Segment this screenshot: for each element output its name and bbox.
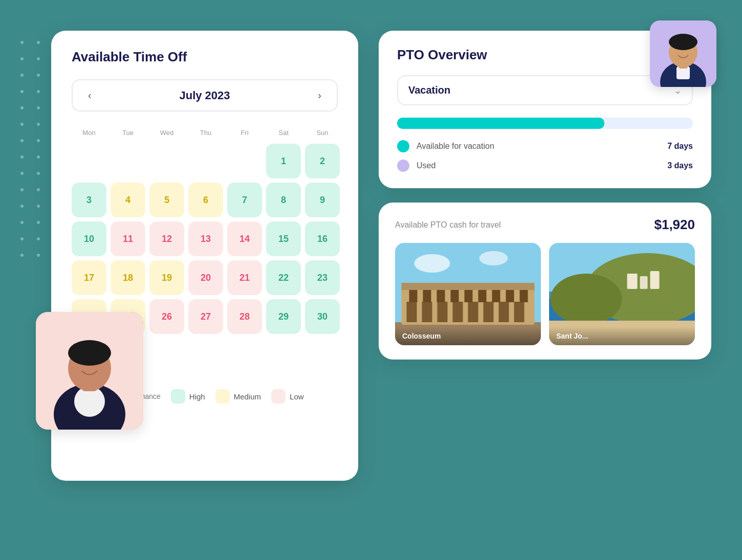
- day-cell[interactable]: 26: [149, 299, 184, 334]
- day-cell[interactable]: 13: [188, 221, 223, 256]
- svg-rect-21: [468, 302, 478, 322]
- svg-rect-30: [478, 288, 487, 302]
- legend-item-green: High: [171, 389, 205, 404]
- day-header-sun: Sun: [305, 126, 340, 140]
- card-title: Available Time Off: [72, 49, 338, 65]
- svg-rect-28: [451, 288, 459, 302]
- available-time-off-card: Available Time Off ‹ July 2023 › MonTueW…: [51, 31, 358, 481]
- green-legend-dot: [171, 389, 185, 404]
- next-month-button[interactable]: ›: [314, 87, 325, 103]
- day-cell[interactable]: 6: [188, 183, 223, 217]
- coastal-caption: Sant Jo...: [549, 327, 695, 345]
- day-cell[interactable]: 14: [227, 221, 262, 256]
- vacation-stat-label: Available for vacation: [417, 142, 494, 151]
- green-legend-text: High: [189, 392, 205, 401]
- day-cell: [72, 144, 106, 178]
- svg-rect-22: [484, 302, 494, 322]
- svg-rect-40: [627, 274, 638, 289]
- yellow-legend-text: Medium: [234, 392, 261, 401]
- day-cell[interactable]: 23: [305, 260, 340, 295]
- coastal-image[interactable]: Sant Jo...: [549, 243, 695, 345]
- day-cell[interactable]: 19: [149, 260, 184, 295]
- stat-row-vacation: Available for vacation 7 days: [397, 140, 693, 152]
- svg-rect-29: [465, 288, 473, 302]
- main-layout: Available Time Off ‹ July 2023 › MonTueW…: [51, 31, 711, 481]
- avatar-svg: [36, 312, 143, 430]
- svg-rect-24: [514, 302, 525, 322]
- day-header-thu: Thu: [188, 126, 223, 140]
- svg-rect-31: [492, 288, 500, 302]
- travel-amount: $1,920: [654, 217, 695, 233]
- day-cell[interactable]: 2: [305, 144, 340, 178]
- svg-point-14: [479, 251, 508, 265]
- day-cell: [188, 144, 223, 178]
- day-cell[interactable]: 9: [305, 183, 340, 217]
- day-cell[interactable]: 7: [227, 183, 262, 217]
- day-cell[interactable]: 10: [72, 221, 106, 256]
- day-cell[interactable]: 8: [266, 183, 301, 217]
- colosseum-image[interactable]: Colosseum: [395, 243, 541, 345]
- travel-header: Available PTO cash for travel $1,920: [395, 217, 695, 233]
- day-cell: [188, 338, 223, 373]
- day-cell: [227, 338, 262, 373]
- colosseum-caption: Colosseum: [395, 327, 541, 345]
- vacation-stat-value: 7 days: [667, 142, 693, 151]
- day-cell[interactable]: 17: [72, 260, 106, 295]
- avatar-right: [650, 20, 716, 87]
- legend-item-red: Low: [271, 389, 304, 404]
- day-cell[interactable]: 29: [266, 299, 301, 334]
- legend-item-yellow: Medium: [215, 389, 261, 404]
- day-cell[interactable]: 3: [72, 183, 106, 217]
- day-header-fri: Fri: [227, 126, 262, 140]
- day-cell[interactable]: 5: [149, 183, 184, 217]
- day-header-sat: Sat: [266, 126, 301, 140]
- red-legend-dot: [271, 389, 286, 404]
- svg-rect-42: [650, 271, 660, 289]
- day-cell: [149, 144, 184, 178]
- day-cell: [149, 338, 184, 373]
- svg-rect-32: [506, 288, 514, 302]
- stat-row-used: Used 3 days: [397, 160, 693, 172]
- vacation-dropdown[interactable]: Vacation ⌄: [397, 75, 693, 105]
- day-cell[interactable]: 1: [266, 144, 301, 178]
- day-cell[interactable]: 22: [266, 260, 301, 295]
- teal-dot: [397, 140, 409, 152]
- svg-point-11: [669, 34, 697, 50]
- day-cell[interactable]: 28: [227, 299, 262, 334]
- svg-rect-34: [402, 283, 535, 290]
- day-header-mon: Mon: [72, 126, 106, 140]
- vacation-label: Vacation: [408, 84, 450, 96]
- day-cell[interactable]: 30: [305, 299, 340, 334]
- right-column: PTO Overview Vacation ⌄ Available for va…: [379, 31, 711, 481]
- svg-rect-18: [422, 302, 432, 322]
- progress-fill: [397, 118, 604, 129]
- svg-point-5: [68, 340, 111, 366]
- day-cell[interactable]: 4: [111, 183, 145, 217]
- day-cell: [227, 144, 262, 178]
- day-header-tue: Tue: [111, 126, 145, 140]
- svg-rect-27: [437, 288, 445, 302]
- pto-stats: Available for vacation 7 days Used 3 day…: [397, 140, 693, 172]
- day-header-wed: Wed: [149, 126, 184, 140]
- travel-label: Available PTO cash for travel: [395, 220, 501, 230]
- day-cell[interactable]: 20: [188, 260, 223, 295]
- day-cell[interactable]: 12: [149, 221, 184, 256]
- avatar-left-person: [36, 312, 143, 430]
- svg-rect-33: [520, 288, 528, 302]
- travel-card: Available PTO cash for travel $1,920: [379, 203, 711, 360]
- day-cell[interactable]: 21: [227, 260, 262, 295]
- pto-progress-bar: [397, 118, 693, 129]
- svg-rect-20: [453, 302, 463, 322]
- svg-rect-26: [423, 288, 431, 302]
- prev-month-button[interactable]: ‹: [84, 87, 96, 103]
- svg-rect-23: [499, 302, 509, 322]
- day-cell[interactable]: 15: [266, 221, 301, 256]
- day-cell[interactable]: 11: [111, 221, 145, 256]
- day-cell: [111, 144, 145, 178]
- calendar-nav: ‹ July 2023 ›: [72, 79, 338, 111]
- day-cell[interactable]: 16: [305, 221, 340, 256]
- day-cell[interactable]: 27: [188, 299, 223, 334]
- day-cell[interactable]: 18: [111, 260, 145, 295]
- svg-rect-41: [640, 276, 648, 289]
- used-stat-label: Used: [417, 161, 435, 170]
